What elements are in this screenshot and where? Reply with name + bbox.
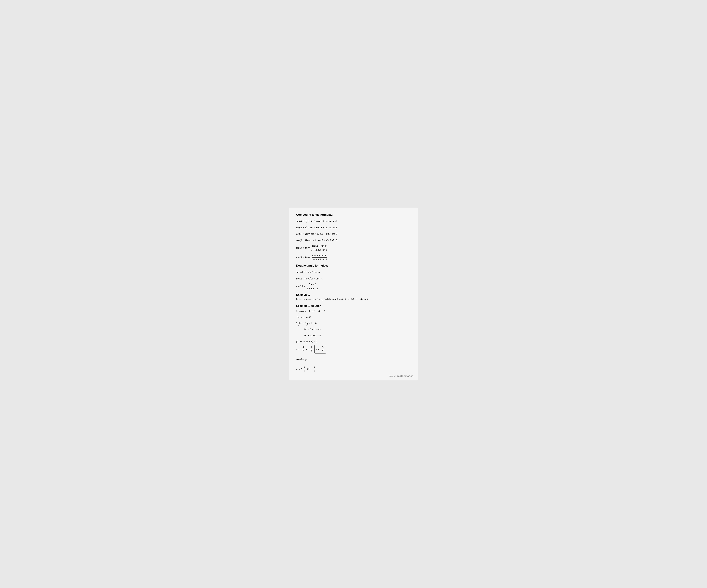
example1-title: Example 1 <box>296 293 411 296</box>
formula-tan-plus: tan(A + B) = tan A + tan B 1 − tan A tan… <box>296 244 411 252</box>
sol-line-6: x = − 3 2 , x = 1 2 x ≠ −32 <box>296 345 411 354</box>
sol-line-3: 4x2 − 2 = 1 − 4x <box>304 327 411 332</box>
formula-sin-minus: sin(A − B) = sin A cos B − cos A sin B <box>296 225 411 230</box>
solution-title: Example 1 solution <box>296 304 411 307</box>
compound-title: Compound-angle formulae: <box>296 213 411 217</box>
double-angle-title: Double-angle formulae: <box>296 264 411 267</box>
logo-math-text: mathematics <box>397 374 413 378</box>
formula-tan2a: tan 2A = 2 tan A 1 − tan2 A <box>296 283 411 290</box>
solution-block: 2(2cos2θ − 1) = 1 − 4cos θ Let x = cos θ… <box>296 308 411 373</box>
sol-line-2: 2(2x2 − 1) = 1 − 4x <box>296 321 411 326</box>
logo-class-text: class <box>389 375 393 377</box>
formula-sin-plus: sin(A + B) = sin A cos B + cos A sin B <box>296 219 411 224</box>
sol-line-7: cos θ = 1 2 <box>296 356 411 363</box>
formula-tan-minus: tan(A − B) = tan A − tan B 1 + tan A tan… <box>296 254 411 261</box>
sol-line-1: 2(2cos2θ − 1) = 1 − 4cos θ <box>296 308 411 314</box>
main-card: Compound-angle formulae: sin(A + B) = si… <box>289 207 418 381</box>
sol-line-let: Let x = cos θ <box>296 315 411 320</box>
sol-line-5: (2x + 3)(2x − 1) = 0 <box>296 339 411 344</box>
example1-text: In the domain −π ≤ θ ≤ π, find the solut… <box>296 297 411 301</box>
exclusion-note: x ≠ −32 <box>314 345 326 354</box>
formula-cos-plus: cos(A + B) = cos A cos B − sin A sin B <box>296 231 411 236</box>
formula-cos2a: cos 2A = cos2 A − sin2 A <box>296 276 411 281</box>
logo-area: class mathematics <box>389 374 413 378</box>
logo-icon <box>394 375 397 378</box>
formula-sin2a: sin 2A = 2 sin A cos A <box>296 269 411 275</box>
sol-line-8: ∴ θ = π 3 or − π 3 <box>296 365 411 373</box>
formula-cos-minus: cos(A − B) = cos A cos B + sin A sin B <box>296 238 411 243</box>
sol-line-4: 4x2 + 4x − 3 = 0 <box>304 333 411 338</box>
